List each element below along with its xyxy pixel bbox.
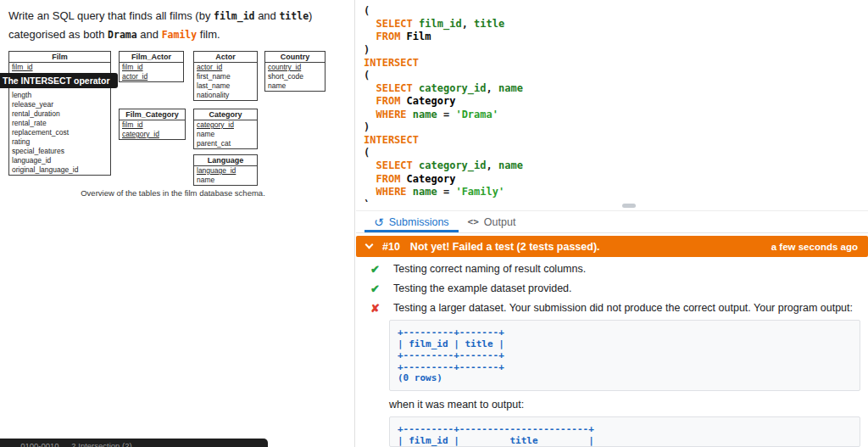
history-icon: ↺ xyxy=(374,216,384,228)
splitter-handle-icon[interactable] xyxy=(622,204,636,208)
tab-label: Submissions xyxy=(389,216,449,228)
table-title: Category xyxy=(194,109,257,120)
table-title: Film_Actor xyxy=(120,52,183,63)
table-title: Film xyxy=(9,52,110,63)
tab-label: Output xyxy=(484,216,516,228)
check-icon: ✔ xyxy=(370,262,382,277)
submission-number: #10 xyxy=(382,241,400,253)
code-editor[interactable]: ( SELECT film_id, title FROM Film)INTERS… xyxy=(356,0,868,202)
code-line: FROM Category xyxy=(364,173,868,186)
table-column: nationality xyxy=(194,91,257,100)
code-line: SELECT category_id, name xyxy=(364,159,868,172)
schema-table-category: Categorycategory_idnameparent_cat xyxy=(193,109,258,149)
table-column: category_id xyxy=(120,130,185,139)
table-column: rating xyxy=(9,137,110,147)
table-title: Actor xyxy=(194,52,257,63)
code-brackets-icon: <> xyxy=(468,216,479,228)
code-line: ( xyxy=(364,5,868,18)
table-column: name xyxy=(194,176,257,185)
check-icon: ✔ xyxy=(370,282,382,296)
code-line: ( xyxy=(364,70,868,82)
program-output-block: +---------+-------+ | film_id | title | … xyxy=(389,320,860,391)
test-result-row: ✔Testing the example dataset provided. xyxy=(356,279,868,299)
table-column: rental_duration xyxy=(9,109,110,119)
code-line: ) xyxy=(364,44,868,57)
code-line: ) xyxy=(364,121,868,134)
table-title: Film_Category xyxy=(120,109,185,120)
code-line: FROM Film xyxy=(364,31,868,43)
test-description: Testing correct naming of result columns… xyxy=(393,262,586,277)
submission-timestamp: a few seconds ago xyxy=(771,242,858,252)
submission-banner[interactable]: #10 Not yet! Failed a test (2 tests pass… xyxy=(356,236,868,257)
table-title: Country xyxy=(265,52,325,63)
diagram-caption: Overview of the tables in the film datab… xyxy=(8,188,337,198)
table-column: original_language_id xyxy=(9,165,110,175)
table-column: short_code xyxy=(265,72,325,81)
submission-message: Not yet! Failed a test (2 tests passed). xyxy=(410,241,600,253)
schema-table-actor: Actoractor_idfirst_namelast_namenational… xyxy=(193,51,258,101)
table-column: country_id xyxy=(265,63,325,72)
schema-table-film: Filmfilm_idlengthrelease_yearrental_dura… xyxy=(8,51,111,176)
table-column: actor_id xyxy=(194,63,257,72)
test-result-row: ✘Testing a larger dataset. Your submissi… xyxy=(356,299,868,318)
tab-bar: ↺Submissions<>Output xyxy=(356,210,868,233)
table-column: last_name xyxy=(194,81,257,91)
table-column: film_id xyxy=(120,63,183,72)
tab-output[interactable]: <>Output xyxy=(459,211,526,232)
table-column: parent_cat xyxy=(194,139,257,148)
schema-diagram: Filmfilm_idlengthrelease_yearrental_dura… xyxy=(0,0,355,195)
table-column: name xyxy=(265,81,325,91)
schema-table-film_category: Film_Categoryfilm_idcategory_id xyxy=(119,109,186,140)
tab-submissions[interactable]: ↺Submissions xyxy=(364,211,459,232)
test-results: ✔Testing correct naming of result column… xyxy=(356,260,868,318)
code-line: SELECT film_id, title xyxy=(364,18,868,31)
table-column: replacement_cost xyxy=(9,128,110,137)
table-title: Language xyxy=(194,155,257,166)
expected-output-intro: when it was meant to output: xyxy=(389,399,524,411)
problem-panel: Write an SQL query that finds all films … xyxy=(0,0,355,447)
schema-table-film_actor: Film_Actorfilm_idactor_id xyxy=(119,51,184,82)
table-column: film_id xyxy=(9,63,110,72)
status-bar: … 0100-0010 … 2 Intersection (2) xyxy=(0,439,268,447)
cross-icon: ✘ xyxy=(370,301,382,316)
table-column: language_id xyxy=(194,166,257,176)
test-description: Testing a larger dataset. Your submissio… xyxy=(393,301,853,316)
code-line: INTERSECT xyxy=(364,57,868,70)
schema-table-country: Countrycountry_idshort_codename xyxy=(264,51,326,92)
code-line: WHERE name = 'Family' xyxy=(364,186,868,198)
code-line: ( xyxy=(364,147,868,159)
schema-table-language: Languagelanguage_idname xyxy=(193,154,258,186)
table-column: language_id xyxy=(9,156,110,165)
code-line: WHERE name = 'Drama' xyxy=(364,109,868,121)
test-result-row: ✔Testing correct naming of result column… xyxy=(356,260,868,279)
table-column: actor_id xyxy=(120,72,183,81)
table-column: category_id xyxy=(194,120,257,130)
chevron-down-icon xyxy=(365,241,374,249)
table-column: rental_rate xyxy=(9,119,110,128)
table-column: length xyxy=(9,91,110,100)
expected-output-block: +---------+-----------------------+ | fi… xyxy=(389,416,860,447)
table-column: special_features xyxy=(9,147,110,156)
splitter[interactable] xyxy=(356,202,868,210)
test-description: Testing the example dataset provided. xyxy=(393,282,572,296)
code-line: FROM Category xyxy=(364,95,868,108)
table-column: name xyxy=(194,130,257,139)
code-panel: ( SELECT film_id, title FROM Film)INTERS… xyxy=(356,0,868,447)
table-column: first_name xyxy=(194,72,257,81)
code-line: INTERSECT xyxy=(364,134,868,147)
code-line: SELECT category_id, name xyxy=(364,82,868,95)
table-column: release_year xyxy=(9,100,110,109)
table-column: film_id xyxy=(120,120,185,130)
intersect-tooltip: The INTERSECT operator xyxy=(0,73,118,88)
